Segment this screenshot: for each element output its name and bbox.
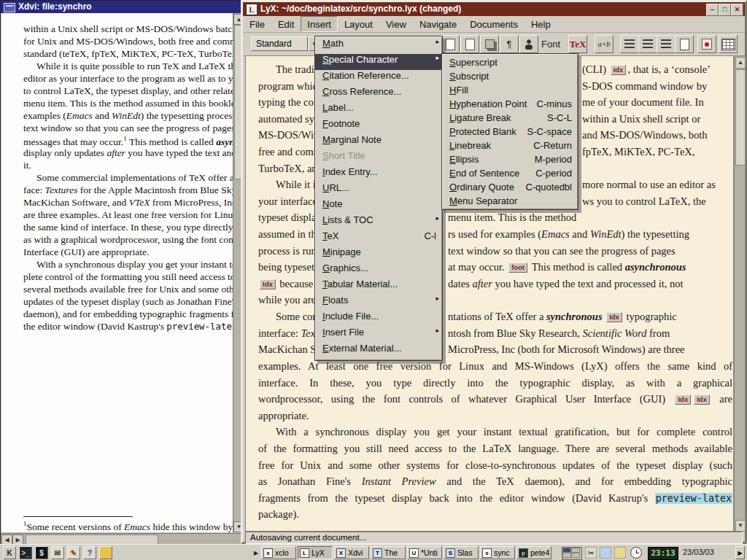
menubar-item-view[interactable]: View xyxy=(379,16,413,32)
noun-icon[interactable] xyxy=(519,35,538,53)
menu-item-math[interactable]: Math▸ xyxy=(315,38,442,54)
task-button-xclo[interactable]: xxclo xyxy=(261,546,296,559)
document-scroll-thumb[interactable] xyxy=(735,69,746,166)
menu-item-protected-blank[interactable]: Protected BlankS-C-space xyxy=(442,125,578,139)
depth-icon[interactable] xyxy=(480,35,499,53)
menu-item-footnote[interactable]: Footnote xyxy=(315,118,442,134)
menu-item-floats[interactable]: Floats▸ xyxy=(315,295,442,311)
menu-item-tex[interactable]: TeXC-l xyxy=(315,230,442,246)
itemize-icon[interactable] xyxy=(638,35,657,53)
desktop-pager[interactable] xyxy=(562,547,582,560)
scroll-up-icon[interactable]: ▲ xyxy=(735,57,746,69)
scroll-down-icon[interactable]: ▼ xyxy=(735,520,746,532)
menu-item-minipage[interactable]: Minipage xyxy=(315,246,442,262)
close-button[interactable]: ✕ xyxy=(731,4,743,16)
idx-inset-button[interactable]: Idx xyxy=(611,65,627,75)
math-mode-icon[interactable]: a+b xyxy=(595,35,614,53)
tex-button[interactable]: TeX xyxy=(568,35,587,53)
menubar-item-edit[interactable]: Edit xyxy=(271,16,301,32)
terminal-icon[interactable]: >_ xyxy=(19,546,32,559)
menu-item-ellipsis[interactable]: EllipsisM-period xyxy=(442,152,578,166)
menu-item-label: Superscript xyxy=(449,55,498,69)
pager-desktop-3[interactable] xyxy=(562,553,571,558)
notes-icon[interactable] xyxy=(614,547,626,559)
console-icon[interactable]: $ xyxy=(35,546,48,559)
menu-item-short-title[interactable]: Short Title xyxy=(315,150,442,166)
menu-item-superscript[interactable]: Superscript xyxy=(442,55,578,69)
task-label: The xyxy=(384,548,398,557)
menu-item-hyphenation-point[interactable]: Hyphenation PointC-minus xyxy=(442,97,578,111)
copy-icon[interactable] xyxy=(441,35,460,53)
task-button-lyx[interactable]: LLyX xyxy=(298,546,333,559)
enumerate-icon[interactable] xyxy=(620,35,639,53)
task-button-slas[interactable]: SSlas xyxy=(444,546,479,559)
document-scrollbar[interactable]: ▲ ▼ xyxy=(734,55,746,532)
pager-desktop-2[interactable] xyxy=(571,548,580,553)
xdvi-hscroll-thumb[interactable] xyxy=(26,534,158,545)
paragraph-icon[interactable]: ¶ xyxy=(500,35,519,53)
menu-item-tabular-material[interactable]: Tabular Material... xyxy=(315,279,442,295)
float-icon[interactable] xyxy=(675,35,694,53)
pager-desktop-1[interactable] xyxy=(562,548,571,553)
menu-item-lists-toc[interactable]: Lists & TOC▸ xyxy=(315,214,442,230)
lyx-window-icon[interactable]: L xyxy=(246,4,258,15)
menu-item-special-character[interactable]: Special Character▸ xyxy=(315,54,442,70)
menubar-item-documents[interactable]: Documents xyxy=(463,16,525,32)
foot-inset-button[interactable]: foot xyxy=(508,262,527,273)
lyx-titlebar[interactable]: L LyX: ~/doc/beginlatex/src/synchro.lyx … xyxy=(243,2,745,16)
note-icon[interactable] xyxy=(697,35,716,53)
menubar-item-layout[interactable]: Layout xyxy=(338,16,379,32)
mail-icon[interactable]: ✉ xyxy=(51,546,64,559)
menubar-item-insert[interactable]: Insert xyxy=(301,16,338,32)
home-folder-icon[interactable] xyxy=(99,546,112,559)
menu-item-external-material[interactable]: External Material... xyxy=(315,343,442,359)
menubar-item-navigate[interactable]: Navigate xyxy=(413,16,463,32)
menu-item-marginal-note[interactable]: Marginal Note xyxy=(315,134,442,150)
menu-item-graphics[interactable]: Graphics... xyxy=(315,262,442,279)
k-menu-icon[interactable]: K xyxy=(3,546,16,559)
paste-icon[interactable] xyxy=(460,35,479,53)
menu-item-ordinary-quote[interactable]: Ordinary QuoteC-quotedbl xyxy=(442,180,578,194)
menu-item-linebreak[interactable]: LinebreakC-Return xyxy=(442,139,578,152)
menu-item-ligature-break[interactable]: Ligature BreakS-C-L xyxy=(442,111,578,125)
panel-hide-arrow-icon[interactable]: ▶ xyxy=(735,546,745,559)
xdvi-window-icon[interactable] xyxy=(4,3,15,12)
table-icon[interactable] xyxy=(719,35,738,53)
task-button-pete4[interactable]: ppete4 xyxy=(516,546,551,559)
korn-icon[interactable] xyxy=(600,547,611,559)
menu-item-label[interactable]: Label... xyxy=(315,102,442,118)
depth-plus-icon[interactable] xyxy=(657,35,676,53)
menu-item-url[interactable]: URL... xyxy=(315,182,442,198)
menu-item-include-file[interactable]: Include File... xyxy=(315,311,442,327)
klipper-icon[interactable]: ✂ xyxy=(585,547,597,559)
menu-item-subscript[interactable]: Subscript xyxy=(442,69,578,83)
help-icon[interactable]: ? xyxy=(83,546,96,559)
idx-inset-button[interactable]: Idx xyxy=(694,394,710,405)
menu-item-cross-reference[interactable]: Cross Reference... xyxy=(315,86,442,102)
task-button-the[interactable]: TThe xyxy=(371,546,406,559)
menu-item-note[interactable]: Note xyxy=(315,198,442,214)
idx-inset-button[interactable]: Idx xyxy=(606,312,622,322)
menu-item-insert-file[interactable]: Insert File▸ xyxy=(315,327,442,343)
xdvi-titlebar[interactable]: Xdvi: file:synchro xyxy=(1,1,243,13)
menu-item-index-entry[interactable]: Index Entry... xyxy=(315,166,442,182)
menu-item-citation-reference[interactable]: Citation Reference... xyxy=(315,70,442,86)
menubar-item-help[interactable]: Help xyxy=(525,16,557,32)
layout-combo[interactable]: Standard xyxy=(251,36,308,51)
idx-inset-button[interactable]: Idx xyxy=(260,279,276,289)
minimize-button[interactable]: – xyxy=(706,4,719,16)
menu-item-end-of-sentence[interactable]: End of SentenceC-period xyxy=(442,166,578,180)
maximize-button[interactable]: □ xyxy=(719,4,731,16)
task-button-unti[interactable]: U*Unti xyxy=(407,546,442,559)
pager-desktop-4[interactable] xyxy=(571,553,580,558)
menubar-item-file[interactable]: File xyxy=(243,16,271,32)
task-button-xdvi[interactable]: XXdvi xyxy=(334,546,369,559)
taskbar-scroll-arrow-icon[interactable]: ▶ xyxy=(254,550,258,556)
menu-item-menu-separator[interactable]: Menu Separator xyxy=(442,194,578,208)
menu-item-hfill[interactable]: HFill xyxy=(442,83,578,97)
xdvi-window[interactable]: Xdvi: file:synchro within a Unix shell s… xyxy=(0,0,244,545)
lyx-window[interactable]: L LyX: ~/doc/beginlatex/src/synchro.lyx … xyxy=(241,0,747,544)
task-button-sync[interactable]: ssync xyxy=(480,546,515,559)
idx-inset-button[interactable]: Idx xyxy=(675,394,691,405)
editor-icon[interactable]: ✎ xyxy=(67,546,80,559)
